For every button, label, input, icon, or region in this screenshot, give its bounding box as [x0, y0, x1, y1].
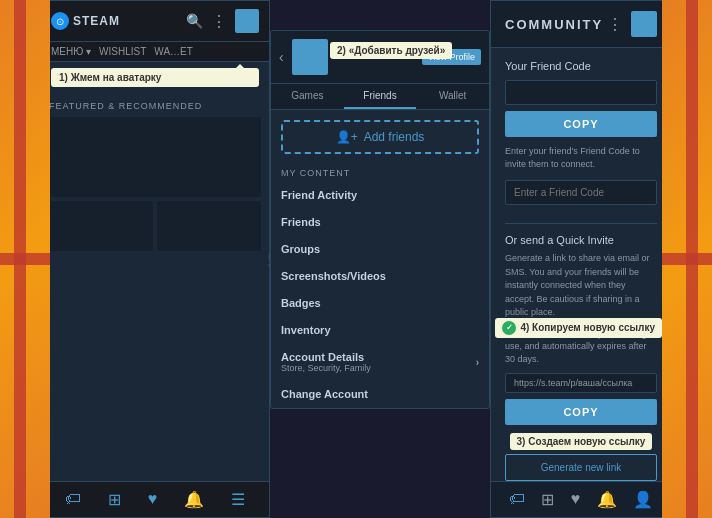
my-content-label: MY CONTENT: [271, 164, 489, 182]
menu-badges[interactable]: Badges: [271, 290, 489, 317]
back-icon[interactable]: ‹: [279, 49, 284, 65]
note-section: NOTE: Each link is unique and single-use…: [505, 328, 657, 366]
steam-panel: ⊙ STEAM 🔍 ⋮ МЕНЮ ▾ WISHLIST WA…ET 1) Жме…: [40, 0, 270, 518]
steam-icon: ⊙: [51, 12, 69, 30]
popup-avatar: [292, 39, 328, 75]
community-panel: COMMUNITY ⋮ Your Friend Code COPY Enter …: [490, 0, 672, 518]
community-bottom-bell-icon[interactable]: 🔔: [597, 490, 617, 509]
community-title: COMMUNITY: [505, 17, 603, 32]
menu-account-details[interactable]: Account Details Store, Security, Family …: [271, 344, 489, 381]
menu-screenshots[interactable]: Screenshots/Videos: [271, 263, 489, 290]
tab-wallet[interactable]: Wallet: [416, 84, 489, 109]
annotation-4: ✓ 4) Копируем новую ссылку: [495, 318, 662, 338]
add-friends-button[interactable]: 👤+ Add friends: [281, 120, 479, 154]
account-details-sub: Store, Security, Family: [281, 363, 371, 373]
friend-code-input[interactable]: [505, 80, 657, 105]
friend-popup: ‹ View Profile Games Friends Wallet 👤+ A…: [270, 30, 490, 409]
bottom-grid-icon[interactable]: ⊞: [108, 490, 121, 509]
annotation-3: 3) Создаем новую ссылку: [510, 433, 653, 450]
menu-icon[interactable]: ⋮: [211, 12, 227, 31]
steam-logo-text: STEAM: [73, 14, 120, 28]
community-bottom-user-icon[interactable]: 👤: [633, 490, 653, 509]
quick-invite-text: Generate a link to share via email or SM…: [505, 252, 657, 320]
tab-games[interactable]: Games: [271, 84, 344, 109]
featured-label: FEATURED & RECOMMENDED: [49, 101, 261, 111]
steam-nav: МЕНЮ ▾ WISHLIST WA…ET: [41, 42, 269, 62]
featured-image-large: [49, 117, 261, 197]
featured-images: [49, 117, 261, 251]
chevron-right-icon: ›: [476, 357, 479, 368]
steam-header: ⊙ STEAM 🔍 ⋮: [41, 1, 269, 42]
community-content: Your Friend Code COPY Enter your friend'…: [491, 48, 671, 481]
community-bottom-grid-icon[interactable]: ⊞: [541, 490, 554, 509]
annotation-2: 2) «Добавить друзей»: [330, 42, 452, 59]
annotation-3-wrapper: 3) Создаем новую ссылку: [505, 431, 657, 450]
menu-friend-activity[interactable]: Friend Activity: [271, 182, 489, 209]
your-friend-code-title: Your Friend Code: [505, 60, 657, 72]
tab-friends[interactable]: Friends: [344, 84, 417, 109]
steam-bottom-nav: 🏷 ⊞ ♥ 🔔 ☰: [41, 481, 269, 517]
nav-item-wallet[interactable]: WA…ET: [154, 46, 193, 57]
add-friends-label: Add friends: [364, 130, 425, 144]
steam-content: FEATURED & RECOMMENDED: [41, 93, 269, 481]
check-icon: ✓: [502, 321, 516, 335]
community-header-right: ⋮: [607, 11, 657, 37]
search-icon[interactable]: 🔍: [186, 13, 203, 29]
bottom-bell-icon[interactable]: 🔔: [184, 490, 204, 509]
friend-code-info: Enter your friend's Friend Code to invit…: [505, 145, 657, 170]
menu-inventory[interactable]: Inventory: [271, 317, 489, 344]
nav-item-wishlist[interactable]: WISHLIST: [99, 46, 146, 57]
community-bottom-heart-icon[interactable]: ♥: [571, 490, 581, 509]
community-bottom-nav: 🏷 ⊞ ♥ 🔔 👤: [491, 481, 671, 517]
menu-groups[interactable]: Groups: [271, 236, 489, 263]
generate-link-button[interactable]: Generate new link: [505, 454, 657, 481]
main-container: ⊙ STEAM 🔍 ⋮ МЕНЮ ▾ WISHLIST WA…ET 1) Жме…: [40, 0, 672, 518]
quick-invite-section: Or send a Quick Invite Generate a link t…: [505, 234, 657, 320]
gift-decoration-left: [0, 0, 50, 518]
community-header: COMMUNITY ⋮: [491, 1, 671, 48]
copy-friend-code-button[interactable]: COPY: [505, 111, 657, 137]
featured-image-small-2: [157, 201, 261, 251]
divider: [505, 223, 657, 224]
featured-image-small-1: [49, 201, 153, 251]
annotation-1: 1) Жмем на аватарку: [51, 68, 259, 87]
gift-decoration-right: [662, 0, 712, 518]
enter-friend-code-input[interactable]: [505, 180, 657, 205]
menu-change-account[interactable]: Change Account: [271, 381, 489, 408]
nav-item-menu[interactable]: МЕНЮ ▾: [51, 46, 91, 57]
community-menu-icon[interactable]: ⋮: [607, 15, 623, 34]
community-avatar[interactable]: [631, 11, 657, 37]
community-bottom-tag-icon[interactable]: 🏷: [509, 490, 525, 509]
friend-popup-panel: ‹ View Profile Games Friends Wallet 👤+ A…: [270, 0, 490, 518]
menu-friends[interactable]: Friends: [271, 209, 489, 236]
link-url: https://s.team/p/ваша/ссылка: [505, 373, 657, 393]
popup-tabs: Games Friends Wallet: [271, 84, 489, 110]
add-friends-icon: 👤+: [336, 130, 358, 144]
steam-logo: ⊙ STEAM: [51, 12, 120, 30]
avatar[interactable]: [235, 9, 259, 33]
bottom-tag-icon[interactable]: 🏷: [65, 490, 81, 509]
copy-link-button[interactable]: COPY: [505, 399, 657, 425]
quick-invite-title: Or send a Quick Invite: [505, 234, 657, 246]
account-details-label: Account Details: [281, 351, 371, 363]
bottom-heart-icon[interactable]: ♥: [148, 490, 158, 509]
bottom-menu-icon[interactable]: ☰: [231, 490, 245, 509]
